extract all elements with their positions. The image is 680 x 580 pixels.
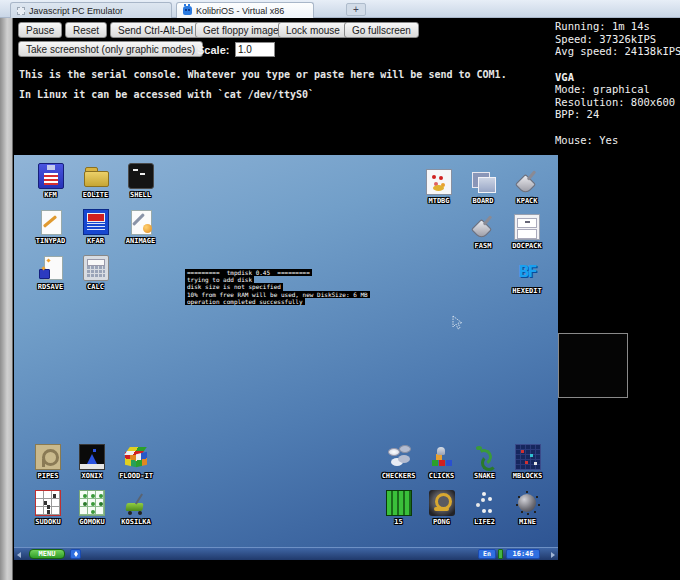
kolibri-taskbar: MENU En 16:46 <box>14 547 558 560</box>
icon-label: SUDOKU <box>35 518 60 526</box>
desktop-icons-bottom-right: CHECKERS CLICKS SNAKE MBLOCKS 15 PONG <box>377 444 549 536</box>
tab-label: KolibriOS - Virtual x86 <box>196 6 284 16</box>
console-line: operation completed successfully <box>185 298 305 305</box>
desktop-icon-fasm[interactable]: FASM <box>461 214 505 259</box>
serial-line: This is the serial console. Whatever you… <box>19 69 507 80</box>
fullscreen-button[interactable]: Go fullscreen <box>344 22 419 38</box>
icon-label: HEXEDIT <box>512 287 542 295</box>
floppy-image-button[interactable]: Get floppy image <box>195 22 287 38</box>
language-indicator[interactable]: En <box>478 549 496 559</box>
tab-kolibrios[interactable]: KolibriOS - Virtual x86 <box>176 2 314 18</box>
menu-button[interactable]: MENU <box>29 549 65 559</box>
desktop-icon-mtdbg[interactable]: MTDBG <box>417 169 461 214</box>
desktop-icon-kpack[interactable]: KPACK <box>505 169 549 214</box>
icon-label: CALC <box>87 283 104 291</box>
desktop-icon-kosilka[interactable]: KOSILKA <box>114 490 158 536</box>
desktop-icon-mine[interactable]: MINE <box>506 490 549 536</box>
desktop-icon-shell[interactable]: SHELL <box>118 163 163 209</box>
cells-dots-icon <box>472 490 498 516</box>
file-manager-icon <box>83 209 109 235</box>
desktop-icon-calc[interactable]: CALC <box>73 255 118 301</box>
taskbar-scroll-left-icon[interactable] <box>17 552 21 558</box>
updown-arrows-icon[interactable] <box>70 549 81 559</box>
console-line: 10% from free RAM will be used, new Disk… <box>185 291 370 298</box>
checkers-pieces-icon <box>386 444 412 470</box>
desktop-icons-bottom-left: PIPES XONIX FLOOD-IT SUDOKU GOMOKU KOSIL… <box>26 444 158 536</box>
paint-icon <box>128 209 154 235</box>
rubiks-cube-icon <box>123 444 149 470</box>
scale-label: Scale: <box>197 44 229 56</box>
desktop-icon-mblocks[interactable]: MBLOCKS <box>506 444 549 490</box>
desktop-icon-gomoku[interactable]: GOMOKU <box>70 490 114 536</box>
desktop-icon-animage[interactable]: ANIMAGE <box>118 209 163 255</box>
lock-mouse-button[interactable]: Lock mouse <box>278 22 348 38</box>
terminal-icon <box>128 163 154 189</box>
desktop-icon-docpack[interactable]: DOCPACK <box>505 214 549 259</box>
desktop-icon-eolite[interactable]: EOLITE <box>73 163 118 209</box>
desktop-icon-tinypad[interactable]: TINYPAD <box>28 209 73 255</box>
desktop-icons-top-right: MTDBG BOARD KPACK FASM DOCPACK BF <box>417 169 549 304</box>
save-ramdisk-icon <box>38 255 64 281</box>
spade-icon <box>470 214 496 240</box>
icon-label: FASM <box>475 242 492 250</box>
scale-input[interactable] <box>235 42 275 57</box>
icon-label: DOCPACK <box>512 242 542 250</box>
pause-button[interactable]: Pause <box>18 22 62 38</box>
icon-label: GOMOKU <box>79 518 104 526</box>
lawnmower-icon <box>123 490 149 516</box>
gomoku-board-icon <box>79 490 105 516</box>
serial-console[interactable]: This is the serial console. Whatever you… <box>13 62 548 154</box>
tmpdisk-console-output: ========= tmpdisk 0.45 ========= trying … <box>185 269 370 305</box>
icon-label: KOSILKA <box>121 518 151 526</box>
desktop-icon-pong[interactable]: PONG <box>420 490 463 536</box>
desktop-icon-board[interactable]: BOARD <box>461 169 505 214</box>
reset-button[interactable]: Reset <box>65 22 107 38</box>
icon-label: LIFE2 <box>474 518 495 526</box>
icon-label: MBLOCKS <box>513 472 543 480</box>
debugger-bug-icon <box>426 169 452 195</box>
icon-label: BOARD <box>472 197 493 205</box>
icon-label: KFAR <box>87 237 104 245</box>
left-edge-strip <box>0 18 13 580</box>
pipe-icon <box>35 444 61 470</box>
snake-icon <box>472 444 498 470</box>
desktop-icon-15[interactable]: 15 <box>377 490 420 536</box>
default-favicon <box>17 7 25 15</box>
desktop-icon-pipes[interactable]: PIPES <box>26 444 70 490</box>
desktop-icon-snake[interactable]: SNAKE <box>463 444 506 490</box>
bf-logo-icon: BF <box>514 259 540 285</box>
desktop-icon-sudoku[interactable]: SUDOKU <box>26 490 70 536</box>
vga-bpp: BPP: 24 <box>555 108 680 121</box>
tab-javascript-pc-emulator[interactable]: Javascript PC Emulator <box>10 2 172 18</box>
serial-line: In Linux it can be accessed with `cat /d… <box>19 89 314 100</box>
desktop-icon-checkers[interactable]: CHECKERS <box>377 444 420 490</box>
clock[interactable]: 16:46 <box>506 549 540 559</box>
tab-label: Javascript PC Emulator <box>29 6 123 16</box>
vm-screen[interactable]: KFM EOLITE SHELL TINYPAD KFAR ANIMAGE <box>14 155 558 560</box>
ctrl-alt-del-button[interactable]: Send Ctrl-Alt-Del <box>110 22 201 38</box>
icon-label: PIPES <box>37 472 58 480</box>
desktop-icon-rdsave[interactable]: RDSAVE <box>28 255 73 301</box>
vga-resolution: Resolution: 800x600 <box>555 96 680 109</box>
desktop-icon-kfar[interactable]: KFAR <box>73 209 118 255</box>
kolibrios-favicon <box>183 6 192 15</box>
icon-label: MTDBG <box>428 197 449 205</box>
desktop-icon-kfm[interactable]: KFM <box>28 163 73 209</box>
new-tab-button[interactable]: + <box>346 3 366 16</box>
icon-label: TINYPAD <box>36 237 66 245</box>
screenshot-button[interactable]: Take screenshot (only graphic modes) <box>18 41 203 57</box>
floppy-disk-icon <box>38 163 64 189</box>
folder-icon <box>83 163 109 189</box>
icon-label: PONG <box>433 518 450 526</box>
hidden-text-input-box[interactable] <box>558 333 628 398</box>
desktop-icon-hexedit[interactable]: BF HEXEDIT <box>505 259 549 304</box>
desktop-icon-life2[interactable]: LIFE2 <box>463 490 506 536</box>
desktop-icon-clicks[interactable]: CLICKS <box>420 444 463 490</box>
cpu-load-indicator[interactable] <box>498 549 503 559</box>
desktop-icon-floodit[interactable]: FLOOD-IT <box>114 444 158 490</box>
taskbar-scroll-right-icon[interactable] <box>551 552 555 558</box>
desktop-icon-xonix[interactable]: XONIX <box>70 444 114 490</box>
icon-label: SHELL <box>130 191 151 199</box>
mouse-cursor-icon <box>450 315 464 331</box>
icon-label: EOLITE <box>83 191 108 199</box>
